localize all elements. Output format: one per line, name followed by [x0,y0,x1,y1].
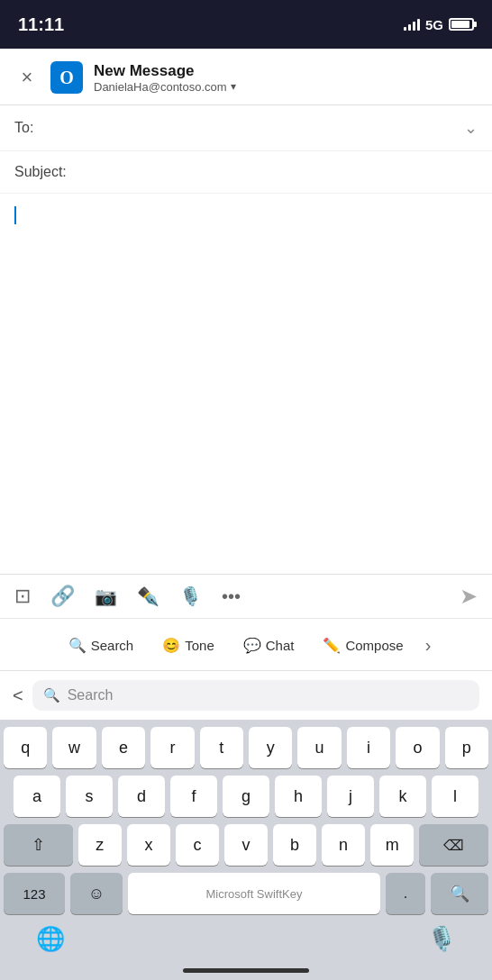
status-time: 11:11 [18,14,64,35]
outlook-icon: O [50,61,83,94]
keyboard-row-1: q w e r t y u i o p [4,727,488,768]
keyboard-rows: q w e r t y u i o p a s d f g [0,720,492,918]
tab-chat[interactable]: 💬 Chat [231,630,307,661]
key-k[interactable]: k [379,776,426,817]
tab-tone-label: Tone [185,638,214,653]
key-o[interactable]: o [396,727,439,768]
key-j[interactable]: j [327,776,374,817]
keyboard-row-4: 123 ☺ Microsoft SwiftKey . 🔍 [4,873,488,914]
key-x[interactable]: x [127,824,170,866]
compose-icon: ✏️ [323,637,341,654]
microphone-icon[interactable]: 🎙️ [179,585,202,607]
search-icon: 🔍 [68,637,87,654]
tab-compose[interactable]: ✏️ Compose [310,630,415,661]
return-key[interactable]: 🔍 [431,873,488,914]
search-input-container[interactable]: 🔍 Search [32,680,479,711]
header-title: New Message [94,62,236,80]
key-e[interactable]: e [102,727,145,768]
globe-icon[interactable]: 🌐 [36,925,65,953]
key-q[interactable]: q [4,727,47,768]
header-email[interactable]: DanielaHa@contoso.com ▾ [94,80,236,94]
microphone-key[interactable]: 🎙️ [427,925,456,953]
emoji-key[interactable]: ☺ [70,873,123,914]
key-t[interactable]: t [200,727,243,768]
keyboard: q w e r t y u i o p a s d f g [0,720,492,980]
chevron-down-icon: ▾ [231,80,236,93]
key-h[interactable]: h [275,776,322,817]
to-field-row[interactable]: To: ⌄ [0,105,492,151]
subject-label: Subject: [14,164,77,180]
key-b[interactable]: b [273,824,316,866]
key-y[interactable]: y [249,727,292,768]
key-d[interactable]: d [118,776,165,817]
subject-field-row[interactable]: Subject: [0,151,492,194]
key-z[interactable]: z [78,824,122,866]
header-text: New Message DanielaHa@contoso.com ▾ [94,62,236,94]
ai-toolbar: 🔍 Search 😊 Tone 💬 Chat ✏️ Compose › [0,618,492,670]
search-bar: < 🔍 Search [0,670,492,720]
tab-chat-label: Chat [266,638,295,653]
key-i[interactable]: i [347,727,390,768]
key-m[interactable]: m [370,824,414,866]
numbers-key[interactable]: 123 [4,873,65,914]
chat-icon: 💬 [243,637,261,654]
keyboard-row-3: ⇧ z x c v b n m ⌫ [4,824,488,866]
key-g[interactable]: g [223,776,269,817]
compose-area: To: ⌄ Subject: [0,105,492,574]
key-n[interactable]: n [322,824,365,866]
status-icons: 5G [404,17,474,32]
key-a[interactable]: a [14,776,60,817]
key-s[interactable]: s [66,776,113,817]
network-label: 5G [425,17,443,32]
chevron-down-icon: ⌄ [464,118,478,138]
more-icon[interactable]: ••• [222,586,241,607]
toolbar-icons: ⊡ 🔗 📷 ✒️ 🎙️ ••• [14,585,241,608]
key-l[interactable]: l [432,776,478,817]
attachment-icon[interactable]: ⊡ [14,585,31,608]
signal-icon [404,18,420,31]
key-c[interactable]: c [176,824,219,866]
backspace-key[interactable]: ⌫ [419,824,488,866]
more-tabs-button[interactable]: › [420,628,437,663]
search-input[interactable]: Search [68,687,114,703]
home-indicator [183,968,309,973]
keyboard-row-2: a s d f g h j k l [4,776,488,817]
status-bar: 11:11 5G [0,0,492,49]
camera-icon[interactable]: 📷 [95,585,117,607]
key-u[interactable]: u [297,727,341,768]
send-button[interactable]: ➤ [460,584,478,609]
period-key[interactable]: . [386,873,425,914]
shift-key[interactable]: ⇧ [4,824,73,866]
back-button[interactable]: < [13,685,23,706]
tab-search-label: Search [91,638,134,653]
key-r[interactable]: r [150,727,194,768]
key-w[interactable]: w [52,727,96,768]
tab-search[interactable]: 🔍 Search [56,630,147,661]
tab-tone[interactable]: 😊 Tone [150,630,227,661]
body-area[interactable] [0,194,492,574]
battery-icon [449,18,474,31]
key-f[interactable]: f [170,776,217,817]
paperclip-icon[interactable]: 🔗 [50,585,75,608]
compose-toolbar: ⊡ 🔗 📷 ✒️ 🎙️ ••• ➤ [0,574,492,618]
key-p[interactable]: p [445,727,488,768]
text-cursor [14,206,16,224]
to-label: To: [14,120,77,136]
search-icon: 🔍 [43,687,60,703]
close-button[interactable]: × [14,65,40,90]
tone-icon: 😊 [162,637,180,654]
key-v[interactable]: v [224,824,268,866]
email-header: × O New Message DanielaHa@contoso.com ▾ [0,49,492,105]
tab-compose-label: Compose [345,638,403,653]
space-key[interactable]: Microsoft SwiftKey [128,873,380,914]
keyboard-bottom-bar: 🌐 🎙️ [0,918,492,962]
pen-icon[interactable]: ✒️ [137,585,159,607]
